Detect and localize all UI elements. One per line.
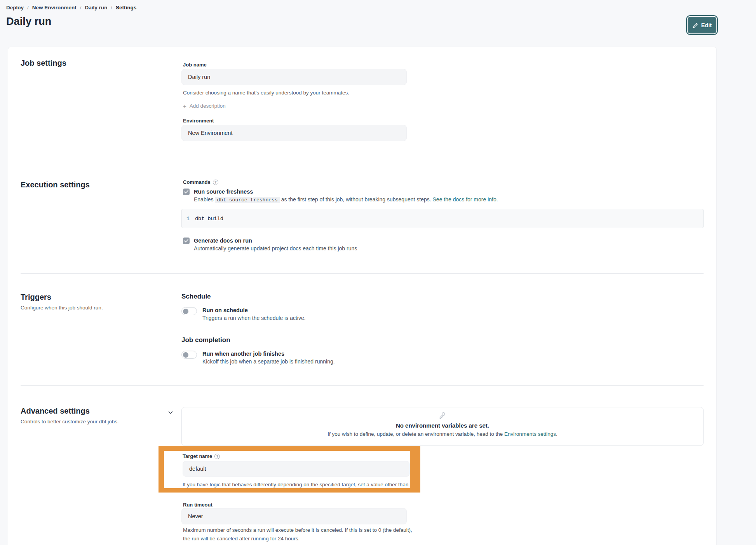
plus-icon: + (183, 103, 186, 109)
run-timeout-helper: Maximum number of seconds a run will exe… (183, 526, 412, 543)
environment-input[interactable]: New Environment (181, 125, 407, 141)
generate-docs-label: Generate docs on run (194, 238, 357, 244)
generate-docs-desc: Automatically generate updated project d… (194, 245, 357, 252)
run-source-freshness-desc: Enablesdbt source freshnessas the first … (194, 196, 498, 203)
highlight-inner-window: Target name ? default If you have logic … (164, 451, 410, 488)
run-when-job-finishes-option: Run when another job finishes Kickoff th… (181, 351, 335, 365)
run-when-job-finishes-label: Run when another job finishes (202, 351, 335, 357)
docs-link[interactable]: See the docs for more info. (433, 196, 498, 203)
breadcrumb-job[interactable]: Daily run (85, 5, 108, 10)
job-name-label: Job name (183, 62, 207, 68)
target-name-helper: If you have logic that behaves different… (183, 480, 410, 488)
toggle-knob (183, 309, 188, 314)
check-icon (184, 190, 188, 194)
add-description-button[interactable]: + Add description (183, 103, 226, 109)
section-divider (21, 160, 704, 160)
job-settings-heading: Job settings (21, 59, 66, 68)
environments-settings-link[interactable]: Environments settings (504, 431, 556, 437)
environment-variables-empty-state: No environment variables are set. If you… (181, 407, 704, 446)
target-name-label: Target name ? (183, 453, 410, 459)
section-divider (21, 385, 704, 386)
run-source-freshness-option: Run source freshness Enablesdbt source f… (183, 189, 498, 203)
job-name-helper: Consider choosing a name that's easily u… (183, 90, 349, 96)
run-on-schedule-label: Run on schedule (202, 307, 306, 313)
commands-label: Commands ? (183, 179, 218, 185)
target-name-input[interactable]: default (183, 461, 410, 477)
generate-docs-option: Generate docs on run Automatically gener… (183, 238, 357, 252)
section-divider (21, 273, 704, 274)
environment-label: Environment (183, 118, 214, 124)
edit-button[interactable]: Edit (688, 17, 716, 33)
job-completion-heading: Job completion (181, 336, 230, 344)
help-icon[interactable]: ? (213, 180, 218, 185)
toggle-knob (183, 352, 188, 358)
pencil-icon (692, 22, 699, 28)
run-source-freshness-label: Run source freshness (194, 189, 498, 195)
execution-settings-heading: Execution settings (21, 180, 90, 189)
job-name-input[interactable]: Daily run (181, 69, 407, 85)
triggers-subtitle: Configure when this job should run. (21, 305, 103, 311)
highlight-annotation: Target name ? default If you have logic … (159, 446, 420, 493)
help-icon[interactable]: ? (214, 454, 220, 459)
key-icon (438, 411, 447, 421)
breadcrumb: Deploy / New Environment / Daily run / S… (6, 5, 136, 10)
env-vars-desc: If you wish to define, update, or delete… (327, 431, 557, 437)
breadcrumb-settings-current: Settings (116, 5, 136, 10)
page-title: Daily run (6, 16, 51, 28)
collapse-section-button[interactable] (166, 408, 175, 417)
run-when-job-finishes-toggle[interactable] (181, 351, 197, 359)
commands-code-editor[interactable]: 1 dbt build (181, 209, 704, 228)
check-icon (184, 239, 188, 243)
schedule-heading: Schedule (181, 293, 211, 300)
breadcrumb-environment[interactable]: New Environment (32, 5, 77, 10)
run-when-job-finishes-desc: Kickoff this job when a separate job is … (202, 358, 335, 365)
run-timeout-input[interactable]: Never (181, 508, 407, 524)
breadcrumb-deploy[interactable]: Deploy (6, 5, 24, 10)
generate-docs-checkbox[interactable] (183, 238, 190, 244)
chevron-down-icon (167, 409, 174, 416)
inline-code-chip: dbt source freshness (215, 197, 280, 203)
run-timeout-label: Run timeout (183, 502, 213, 508)
run-on-schedule-desc: Triggers a run when the schedule is acti… (202, 315, 306, 321)
breadcrumb-separator: / (27, 5, 29, 10)
triggers-heading: Triggers (21, 293, 51, 302)
line-number: 1 (182, 216, 195, 222)
env-vars-title: No environment variables are set. (396, 422, 489, 429)
advanced-settings-subtitle: Controls to better customize your dbt jo… (21, 419, 119, 424)
breadcrumb-separator: / (111, 5, 112, 10)
advanced-settings-heading: Advanced settings (21, 407, 90, 416)
command-text: dbt build (195, 216, 223, 222)
breadcrumb-separator: / (80, 5, 82, 10)
run-on-schedule-option: Run on schedule Triggers a run when the … (181, 307, 306, 321)
run-on-schedule-toggle[interactable] (181, 307, 197, 315)
run-source-freshness-checkbox[interactable] (183, 189, 190, 195)
